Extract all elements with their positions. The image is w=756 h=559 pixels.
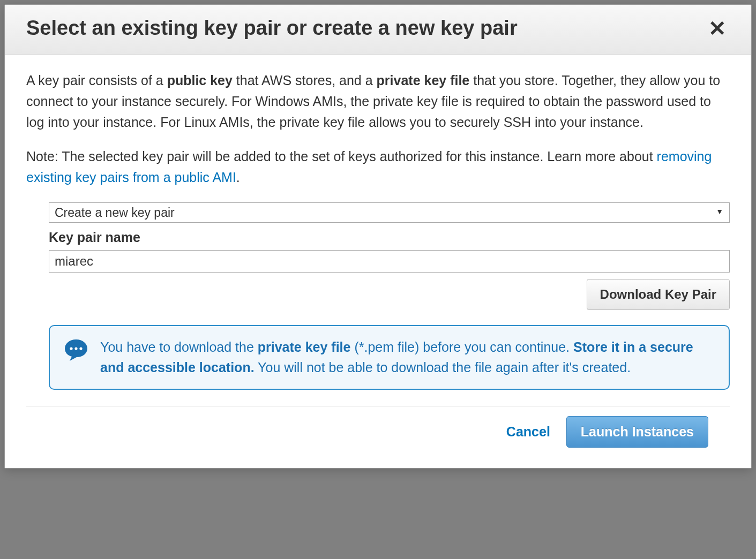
desc-bold-public-key: public key xyxy=(167,73,233,88)
alert-bold: private key file xyxy=(258,339,351,354)
modal-header: Select an existing key pair or create a … xyxy=(5,5,751,55)
launch-instances-button[interactable]: Launch Instances xyxy=(566,416,708,448)
note-prefix: Note: The selected key pair will be adde… xyxy=(26,149,657,164)
alert-text: You have to download the private key fil… xyxy=(100,337,715,379)
keypair-mode-select[interactable]: Create a new key pair xyxy=(49,202,730,223)
keypair-mode-select-wrap: Create a new key pair ▼ xyxy=(49,202,730,223)
keypair-name-label: Key pair name xyxy=(49,227,730,248)
modal-body: A key pair consists of a public key that… xyxy=(5,55,751,468)
keypair-modal: Select an existing key pair or create a … xyxy=(4,4,752,469)
note-text: Note: The selected key pair will be adde… xyxy=(26,146,730,188)
keypair-name-input[interactable] xyxy=(49,250,730,273)
desc-part: A key pair consists of a xyxy=(26,73,167,88)
download-row: Download Key Pair xyxy=(49,279,730,310)
alert-part: (*.pem file) before you can continue. xyxy=(350,339,573,354)
svg-point-2 xyxy=(79,347,82,350)
alert-part: You have to download the xyxy=(100,339,258,354)
modal-title: Select an existing key pair or create a … xyxy=(26,17,518,40)
desc-part: that AWS stores, and a xyxy=(233,73,377,88)
speech-bubble-icon xyxy=(64,338,88,379)
note-suffix: . xyxy=(236,170,240,185)
alert-part: You will not be able to download the fil… xyxy=(255,360,631,375)
download-keypair-button[interactable]: Download Key Pair xyxy=(587,279,730,310)
keypair-form: Create a new key pair ▼ Key pair name Do… xyxy=(49,202,730,390)
cancel-button[interactable]: Cancel xyxy=(506,424,550,440)
svg-point-1 xyxy=(74,347,77,350)
desc-bold-private-key-file: private key file xyxy=(377,73,470,88)
description-text: A key pair consists of a public key that… xyxy=(26,70,730,132)
svg-point-0 xyxy=(70,347,72,350)
modal-footer: Cancel Launch Instances xyxy=(26,406,730,463)
close-icon[interactable]: ✕ xyxy=(705,18,730,39)
download-warning-alert: You have to download the private key fil… xyxy=(49,325,730,390)
